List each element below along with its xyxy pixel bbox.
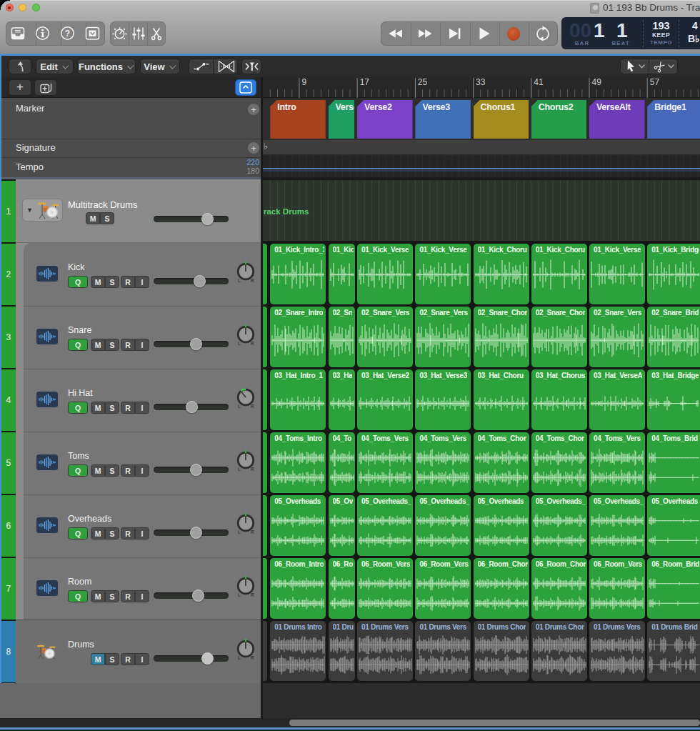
svg-text:L: L: [238, 467, 241, 472]
svg-text:R: R: [251, 404, 254, 409]
svg-text:L: L: [238, 341, 241, 346]
svg-text:R: R: [251, 529, 254, 534]
svg-text:L: L: [238, 655, 241, 660]
svg-text:L: L: [238, 592, 241, 597]
svg-text:R: R: [251, 592, 254, 597]
svg-text:L: L: [238, 278, 241, 283]
svg-text:L: L: [238, 529, 241, 534]
svg-text:L: L: [238, 404, 241, 409]
svg-text:R: R: [251, 467, 254, 472]
svg-text:?: ?: [65, 29, 70, 39]
svg-text:R: R: [251, 341, 254, 346]
svg-text:R: R: [251, 278, 254, 283]
svg-text:R: R: [251, 655, 254, 660]
